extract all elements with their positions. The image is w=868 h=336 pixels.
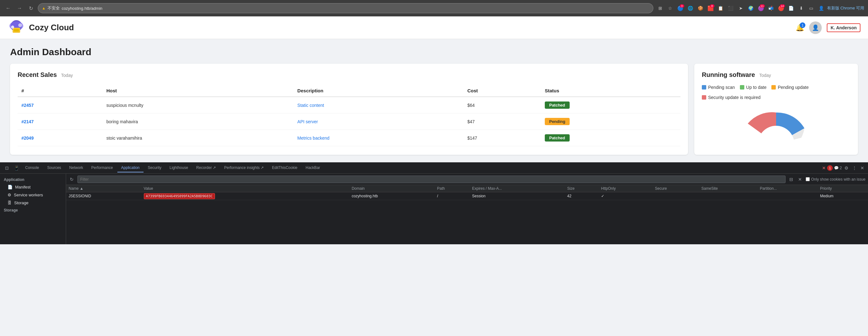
sales-table: # Host Description Cost Status #2457 sus… bbox=[18, 85, 680, 146]
legend-dot-1 bbox=[702, 85, 706, 89]
header-right: 🔔 1 👤 K. Anderson bbox=[796, 22, 861, 34]
devtools-device-icon[interactable]: 📱 bbox=[12, 164, 21, 172]
sidebar-item-storage[interactable]: 🗄 Storage bbox=[0, 199, 66, 207]
url-text: cozyhosting.htb/admin bbox=[62, 6, 102, 11]
ext-icon-11[interactable]: 📄 bbox=[787, 4, 796, 12]
tab-application[interactable]: Application bbox=[117, 164, 144, 172]
legend-area: Pending scan Up to date Pending update S… bbox=[702, 85, 850, 100]
sidebar-item-manifest[interactable]: 📄 Manifest bbox=[0, 183, 66, 191]
tab-lighthouse[interactable]: Lighthouse bbox=[166, 164, 192, 172]
devtools-inspect-icon[interactable]: ⊡ bbox=[2, 164, 11, 172]
cookie-path: / bbox=[435, 192, 470, 200]
cookie-name: JSESSIONID bbox=[66, 192, 141, 200]
col-status: Status bbox=[541, 85, 680, 97]
cookie-partition bbox=[757, 192, 817, 200]
tab-network[interactable]: Network bbox=[65, 164, 87, 172]
recent-sales-title: Recent Sales bbox=[18, 71, 57, 78]
reload-button[interactable]: ↻ bbox=[26, 4, 35, 12]
status-badge-2: Pending bbox=[545, 118, 570, 125]
devtools-tabs: ⊡ 📱 Console Sources Network Performance … bbox=[0, 162, 868, 174]
notification-bell[interactable]: 🔔 1 bbox=[796, 24, 804, 32]
devtools-toolbar: ↻ ⊟ ✕ Only show cookies with an issue bbox=[66, 174, 868, 185]
ext-badge-2[interactable]: 🟥 8 bbox=[706, 4, 715, 12]
show-issues-checkbox-label[interactable]: Only show cookies with an issue bbox=[806, 177, 866, 181]
legend-item-1: Pending scan bbox=[702, 85, 735, 90]
cookie-priority: Medium bbox=[818, 192, 868, 200]
sale-id-2147[interactable]: #2147 bbox=[22, 119, 34, 124]
status-badge-3: Patched bbox=[545, 134, 570, 142]
sale-id-2457[interactable]: #2457 bbox=[22, 103, 34, 108]
ext-icon-7[interactable]: 🌍 bbox=[746, 4, 755, 12]
col-priority: Priority bbox=[818, 185, 868, 192]
forward-button[interactable]: → bbox=[15, 4, 24, 12]
col-value: Value bbox=[141, 185, 349, 192]
devtools-body: Application 📄 Manifest ⚙ Service workers… bbox=[0, 174, 868, 244]
profile-icon[interactable]: 👤 bbox=[817, 4, 826, 12]
devtools-more-icon[interactable]: ⋮ bbox=[851, 165, 858, 171]
desc-link-2[interactable]: API server bbox=[298, 119, 318, 124]
logo-text: Cozy Cloud bbox=[29, 23, 74, 32]
ext-badge-4[interactable]: 🔴 14 bbox=[777, 4, 785, 12]
browser-actions: ⊞ ☆ 🔵 3 🌐 🍪 🟥 8 📋 ⬛ ➤ 🌍 🟣 11 📬 🔴 14 📄 ⬇ … bbox=[656, 4, 864, 12]
sidebar-service-workers-label: Service workers bbox=[14, 193, 43, 197]
logo-area: Cozy Cloud bbox=[7, 19, 796, 36]
devtools-settings-icon[interactable]: ⚙ bbox=[843, 165, 850, 171]
col-httponly: HttpOnly bbox=[598, 185, 652, 192]
cost-1: $64 bbox=[464, 97, 541, 113]
ext-icon-cookie[interactable]: 🍪 bbox=[696, 4, 705, 12]
ext-badge-1[interactable]: 🔵 3 bbox=[676, 4, 685, 12]
table-row: #2049 stoic varahamihira Metrics backend… bbox=[18, 130, 680, 146]
tab-performance-insights[interactable]: Performance insights ↗ bbox=[220, 164, 268, 172]
sidebar-item-service-workers[interactable]: ⚙ Service workers bbox=[0, 191, 66, 199]
filter-input[interactable] bbox=[78, 175, 785, 183]
devtools-close-icon[interactable]: ✕ bbox=[859, 165, 866, 171]
tab-grid-icon[interactable]: ▭ bbox=[807, 4, 816, 12]
devtools-right-icons: ✕ 1 💬 2 ⚙ ⋮ ✕ bbox=[822, 165, 866, 171]
address-bar[interactable]: ▲ 不安全 cozyhosting.htb/admin bbox=[38, 3, 653, 13]
desc-link-1[interactable]: Static content bbox=[298, 103, 324, 108]
tab-hackbar[interactable]: HackBar bbox=[302, 164, 324, 172]
bookmark-icon[interactable]: ☆ bbox=[666, 4, 675, 12]
ext-badge-3[interactable]: 🟣 11 bbox=[756, 4, 766, 12]
tab-performance[interactable]: Performance bbox=[88, 164, 117, 172]
legend-label-2: Up to date bbox=[746, 85, 767, 90]
download-icon[interactable]: ⬇ bbox=[797, 4, 806, 12]
col-description: Description bbox=[293, 85, 464, 97]
col-size: Size bbox=[565, 185, 598, 192]
refresh-cookies-button[interactable]: ↻ bbox=[69, 176, 75, 183]
logo-icon bbox=[7, 19, 25, 36]
ext-icon-2[interactable]: 🌐 bbox=[686, 4, 695, 12]
cookie-httponly: ✓ bbox=[598, 192, 652, 200]
service-workers-icon: ⚙ bbox=[7, 193, 11, 197]
translate-icon[interactable]: ⊞ bbox=[656, 4, 665, 12]
legend-label-1: Pending scan bbox=[708, 85, 735, 90]
back-button[interactable]: ← bbox=[4, 4, 12, 12]
ext-icon-4[interactable]: 📋 bbox=[716, 4, 725, 12]
sidebar-section-storage: Storage bbox=[0, 207, 66, 214]
desc-link-3[interactable]: Metrics backend bbox=[298, 136, 330, 141]
cost-3: $147 bbox=[464, 130, 541, 146]
col-cost: Cost bbox=[464, 85, 541, 97]
tab-sources[interactable]: Sources bbox=[43, 164, 65, 172]
legend-dot-3 bbox=[771, 85, 776, 89]
legend-item-2: Up to date bbox=[740, 85, 767, 90]
show-issues-checkbox[interactable] bbox=[806, 177, 810, 181]
ext-icon-6[interactable]: ➤ bbox=[737, 4, 745, 12]
col-host: Host bbox=[102, 85, 293, 97]
tab-security[interactable]: Security bbox=[144, 164, 165, 172]
ext-icon-9[interactable]: 📬 bbox=[767, 4, 775, 12]
legend-item-4: Security update is required bbox=[702, 95, 761, 100]
tab-editthiscookie[interactable]: EditThisCookie bbox=[268, 164, 301, 172]
ext-icon-5[interactable]: ⬛ bbox=[726, 4, 735, 12]
cookie-samesite bbox=[699, 192, 757, 200]
tab-recorder[interactable]: Recorder ↗ bbox=[193, 164, 220, 172]
close-filter-button[interactable]: ✕ bbox=[797, 176, 803, 183]
sale-id-2049[interactable]: #2049 bbox=[22, 136, 34, 141]
tab-console[interactable]: Console bbox=[22, 164, 43, 172]
cookie-expires: Session bbox=[470, 192, 565, 200]
user-name-button[interactable]: K. Anderson bbox=[827, 23, 861, 32]
cookies-table-wrapper: Name ▲ Value Domain Path Expires / Max-A… bbox=[66, 185, 868, 244]
error-count-badge: 1 bbox=[827, 165, 833, 171]
close-error-icon[interactable]: ✕ bbox=[822, 166, 826, 170]
clear-filter-button[interactable]: ⊟ bbox=[788, 176, 794, 183]
